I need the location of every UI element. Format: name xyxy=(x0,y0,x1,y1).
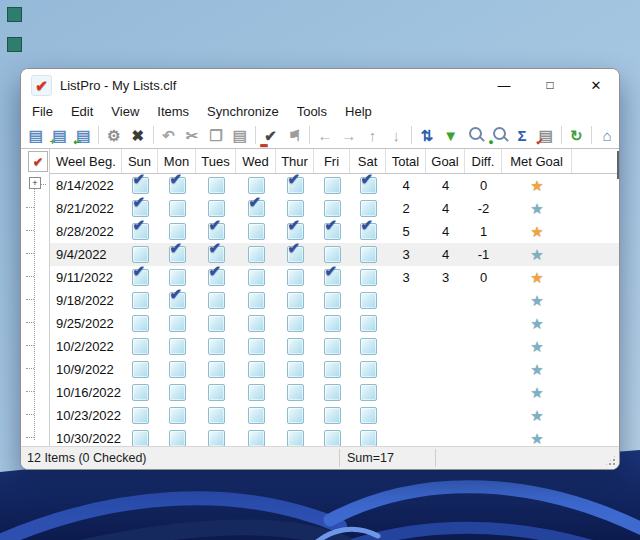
day-checkbox[interactable] xyxy=(248,361,265,378)
day-checkbox[interactable] xyxy=(324,177,341,194)
day-checkbox[interactable] xyxy=(248,315,265,332)
met-goal-star[interactable]: ★ xyxy=(530,316,543,331)
day-checkbox[interactable] xyxy=(208,338,225,355)
view-list-button[interactable]: ▤ xyxy=(24,124,48,146)
day-checkbox[interactable] xyxy=(324,246,341,263)
resize-grip-icon[interactable] xyxy=(604,454,617,467)
met-goal-star[interactable]: ★ xyxy=(530,293,543,308)
day-checkbox[interactable] xyxy=(360,292,377,309)
column-header-wed[interactable]: Wed xyxy=(236,149,276,173)
day-checkbox[interactable]: ✔ xyxy=(208,223,225,240)
day-checkbox[interactable] xyxy=(169,315,186,332)
menu-edit[interactable]: Edit xyxy=(62,104,102,119)
day-checkbox[interactable] xyxy=(287,407,304,424)
delete-button[interactable]: ✖ xyxy=(126,124,150,146)
day-checkbox[interactable] xyxy=(208,407,225,424)
day-checkbox[interactable] xyxy=(287,200,304,217)
close-button[interactable]: ✕ xyxy=(573,69,619,101)
add-item-button[interactable]: ▤+ xyxy=(48,124,72,146)
day-checkbox[interactable] xyxy=(248,246,265,263)
day-checkbox[interactable] xyxy=(248,430,265,447)
day-checkbox[interactable] xyxy=(208,177,225,194)
column-header-met-goal[interactable]: Met Goal xyxy=(502,149,572,173)
day-checkbox[interactable] xyxy=(169,223,186,240)
select-all-header-cell[interactable]: ✔ xyxy=(28,151,48,172)
day-checkbox[interactable]: ✔ xyxy=(360,223,377,240)
flag-item-button[interactable]: ⚑ xyxy=(282,124,306,146)
day-checkbox[interactable] xyxy=(208,292,225,309)
scrollbar-thumb[interactable] xyxy=(617,151,619,179)
desktop-shortcut-icon[interactable] xyxy=(7,7,22,22)
column-header-tues[interactable]: Tues xyxy=(196,149,236,173)
sort-button[interactable]: ⇅ xyxy=(415,124,439,146)
day-checkbox[interactable] xyxy=(132,384,149,401)
day-checkbox[interactable]: ✔ xyxy=(208,269,225,286)
day-checkbox[interactable] xyxy=(287,315,304,332)
day-checkbox[interactable]: ✔ xyxy=(360,177,377,194)
met-goal-star[interactable]: ★ xyxy=(530,270,543,285)
tree-expand-icon[interactable]: + xyxy=(29,177,41,189)
day-checkbox[interactable] xyxy=(248,338,265,355)
day-checkbox[interactable]: ✔ xyxy=(169,177,186,194)
day-checkbox[interactable]: ✔ xyxy=(287,223,304,240)
day-checkbox[interactable]: ✔ xyxy=(132,223,149,240)
day-checkbox[interactable] xyxy=(169,338,186,355)
column-header-weel-beg-[interactable]: Weel Beg. xyxy=(50,149,122,173)
move-down-button[interactable]: ↓ xyxy=(384,124,408,146)
menu-tools[interactable]: Tools xyxy=(288,104,336,119)
settings-button[interactable]: ⚙ xyxy=(102,124,126,146)
day-checkbox[interactable] xyxy=(324,407,341,424)
cut-button[interactable]: ✂ xyxy=(180,124,204,146)
day-checkbox[interactable] xyxy=(208,430,225,447)
day-checkbox[interactable]: ✔ xyxy=(132,200,149,217)
day-checkbox[interactable] xyxy=(248,384,265,401)
met-goal-star[interactable]: ★ xyxy=(530,247,543,262)
day-checkbox[interactable] xyxy=(360,338,377,355)
day-checkbox[interactable] xyxy=(132,292,149,309)
day-checkbox[interactable] xyxy=(324,361,341,378)
day-checkbox[interactable] xyxy=(360,269,377,286)
met-goal-star[interactable]: ★ xyxy=(530,385,543,400)
day-checkbox[interactable]: ✔ xyxy=(132,269,149,286)
day-checkbox[interactable] xyxy=(324,315,341,332)
minimize-button[interactable]: — xyxy=(481,69,527,101)
day-checkbox[interactable] xyxy=(287,384,304,401)
day-checkbox[interactable] xyxy=(360,246,377,263)
day-checkbox[interactable] xyxy=(360,430,377,447)
check-item-button[interactable]: ✔▂ xyxy=(259,124,283,146)
column-header-total[interactable]: Total xyxy=(386,149,426,173)
day-checkbox[interactable] xyxy=(132,361,149,378)
day-checkbox[interactable] xyxy=(360,384,377,401)
day-checkbox[interactable] xyxy=(324,384,341,401)
day-checkbox[interactable] xyxy=(132,315,149,332)
day-checkbox[interactable] xyxy=(208,315,225,332)
day-checkbox[interactable] xyxy=(132,246,149,263)
undo-button[interactable]: ↶ xyxy=(157,124,181,146)
go-left-button[interactable]: ← xyxy=(313,124,337,146)
day-checkbox[interactable]: ✔ xyxy=(324,269,341,286)
day-checkbox[interactable]: ✔ xyxy=(132,177,149,194)
sync-button[interactable]: ↻ xyxy=(565,124,589,146)
met-goal-star[interactable]: ★ xyxy=(530,178,543,193)
day-checkbox[interactable] xyxy=(132,407,149,424)
day-checkbox[interactable] xyxy=(169,407,186,424)
met-goal-star[interactable]: ★ xyxy=(530,431,543,446)
day-checkbox[interactable] xyxy=(287,361,304,378)
go-right-button[interactable]: → xyxy=(337,124,361,146)
paste-button[interactable]: ▤ xyxy=(228,124,252,146)
search-button[interactable] xyxy=(463,124,487,146)
day-checkbox[interactable] xyxy=(248,223,265,240)
day-checkbox[interactable] xyxy=(324,338,341,355)
day-checkbox[interactable] xyxy=(324,200,341,217)
day-checkbox[interactable]: ✔ xyxy=(208,246,225,263)
filter-button[interactable]: ▼ xyxy=(439,124,463,146)
day-checkbox[interactable] xyxy=(360,361,377,378)
move-up-button[interactable]: ↑ xyxy=(361,124,385,146)
home-button[interactable]: ⌂ xyxy=(595,124,619,146)
day-checkbox[interactable] xyxy=(248,407,265,424)
day-checkbox[interactable] xyxy=(169,384,186,401)
day-checkbox[interactable] xyxy=(132,430,149,447)
menu-help[interactable]: Help xyxy=(336,104,381,119)
validate-button[interactable]: ▤✔ xyxy=(534,124,558,146)
column-header-goal[interactable]: Goal xyxy=(426,149,465,173)
